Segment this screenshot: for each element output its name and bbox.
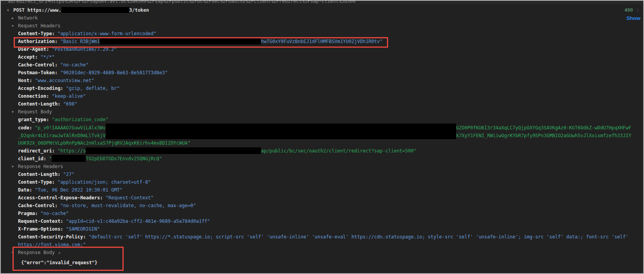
header-row: Content-Length:"698" (1, 100, 643, 108)
header-value: "application/json; charset=utf-8" (58, 179, 151, 185)
request-log-row[interactable]: ▼POST https://www.3/token (1, 6, 643, 14)
header-value: "SAMEORIGIN" (66, 226, 100, 232)
header-row: Accept:"*/*" (1, 53, 643, 61)
header-value: "no-cache" (60, 62, 88, 68)
csp-value-line1: "default-src 'self' https://*.statuspage… (88, 234, 628, 240)
body-row-code-line3: UUK92X_O6DPNtVLpbRnPpNAc2nHlsa57PjqRVJAq… (1, 139, 643, 147)
client-id-prefix: " (49, 156, 52, 161)
body-row-redirect-uri: redirect_uri:"https://sap/public/bc/sec/… (1, 147, 643, 155)
header-value: "application/x-www-form-urlencoded" (58, 31, 157, 36)
code-value-suffix: GZO0P0fKU6I3r34aXqLC7yQjpOXYGq3SAVKgAz0-… (456, 125, 631, 131)
clipped-url-text: adredirect_uri=https%3A%2F%2Fsapdev.avi.… (8, 0, 356, 4)
request-url-suffix: 3/token (129, 7, 149, 13)
header-row-csp: Content-Security-Policy:"default-src 'se… (1, 233, 643, 241)
redirect-uri-suffix: ap/public/bc/sec/oauth2/client/redirect?… (261, 148, 416, 154)
response-headers-label: Response Headers (18, 164, 63, 169)
header-row: User-Agent:"PostmanRuntime/7.29.2" (1, 45, 643, 53)
request-body-section-toggle[interactable]: ▼Request Body (1, 108, 643, 116)
header-key: X-Frame-Options: (18, 226, 63, 232)
collapse-icon[interactable]: ▼ (12, 163, 16, 171)
request-headers-label: Request Headers (18, 23, 60, 29)
redacted-overlay (52, 155, 86, 162)
csp-value-line2: https://font.vioma.com;" (18, 242, 86, 247)
header-row: Cache-Control:"no-cache" (1, 61, 643, 69)
header-value: "27" (63, 172, 74, 177)
body-row-code-line1: code:"p_v0!IAAAAO7GuwViLAlx3WvGZO0P0fKU6… (1, 124, 643, 131)
redacted-overlay (106, 124, 456, 131)
header-row: Postman-Token:"90201dec-8929-4689-8e63-8… (1, 69, 643, 77)
header-row: Date:"Tue, 06 Dec 2022 10:30:01 GMT" (1, 186, 643, 194)
header-row: Cache-Control:"no-store, must-revalidate… (1, 202, 643, 210)
header-key: Host: (18, 78, 32, 83)
body-row-code-line2: _D2qnkr4LEirawJwTAlRnD0mLlTvkjVk7XyY1FEN… (1, 131, 643, 139)
collapse-icon[interactable]: ▼ (12, 22, 16, 30)
redirect-uri-prefix: "https://s (58, 148, 86, 154)
external-link-icon[interactable]: ↗ (58, 250, 61, 255)
header-row: Content-Length:"27" (1, 170, 643, 178)
redacted-overlay (106, 131, 456, 139)
header-row: Access-Control-Expose-Headers:"Request-C… (1, 194, 643, 202)
postman-console: adredirect_uri=https%3A%2F%2Fsapdev.avi.… (0, 0, 644, 274)
clipped-url-line: adredirect_uri=https%3A%2F%2Fsapdev.avi.… (1, 0, 643, 5)
header-key: Content-Length: (18, 172, 60, 177)
header-key: Authorization: (18, 39, 58, 44)
redacted-overlay (61, 7, 129, 13)
body-row-client-id: client_id:"TO2pEbDTGDx7Envdv25QNGjRcQ" (1, 155, 643, 163)
response-headers-rows: Content-Length:"27" Content-Type:"applic… (1, 170, 643, 233)
collapse-icon[interactable]: ▼ (12, 249, 16, 257)
collapse-icon[interactable]: ▼ (7, 7, 11, 14)
body-value: "authorization_code" (52, 117, 108, 122)
code-value-prefix: _D2qnkr4LEirawJwTAlRnD0mLlTvkjV (18, 133, 106, 138)
show-link[interactable]: Show (626, 15, 640, 21)
response-headers-section-toggle[interactable]: ▼Response Headers (1, 163, 643, 170)
request-headers-rows-after: User-Agent:"PostmanRuntime/7.29.2" Accep… (1, 45, 643, 108)
header-value: "no-cache" (41, 211, 69, 216)
header-row: Content-Type:"application/x-www-form-url… (1, 30, 643, 38)
header-key: Cache-Control: (18, 62, 58, 68)
network-section-label: Network (18, 15, 38, 21)
header-value: "appId=cid-v1:c48a92ba-cff2-461e-9689-a5… (66, 218, 210, 224)
header-row: Pragma:"no-cache" (1, 210, 643, 217)
request-headers-section-toggle[interactable]: ▼Request Headers (1, 22, 643, 30)
status-separator: | (637, 7, 639, 13)
header-row-authorization: Authorization:"Basic R3BjWm1hwTG0xY0FuVz… (1, 38, 643, 45)
header-key: Date: (18, 187, 32, 193)
request-method-url: POST https://www. (13, 7, 61, 13)
code-value-prefix: "p_v0!IAAAAO7GuwViLAlx3Wv (35, 125, 106, 131)
header-value: "Tue, 06 Dec 2022 10:30:01 GMT" (35, 187, 122, 193)
header-row: Content-Type:"application/json; charset=… (1, 178, 643, 186)
header-key: Content-Type: (18, 31, 55, 36)
header-key: Pragma: (18, 211, 38, 216)
expand-icon[interactable]: ▶ (12, 14, 16, 22)
header-value: "PostmanRuntime/7.29.2" (52, 47, 117, 52)
request-headers-rows-before: Content-Type:"application/x-www-form-url… (1, 30, 643, 38)
header-key: Access-Control-Expose-Headers: (18, 195, 103, 201)
header-key: Cache-Control: (18, 203, 58, 208)
body-key: client_id: (18, 156, 46, 161)
response-body-section-toggle[interactable]: ▼Response Body↗ (1, 249, 643, 256)
network-section-toggle[interactable]: ▶Network (1, 14, 643, 22)
body-key: grant_type: (18, 117, 49, 122)
response-body-label: Response Body (18, 250, 55, 255)
header-key: Accept: (18, 54, 38, 60)
header-row-csp-continuation: https://font.vioma.com;" (1, 241, 643, 249)
redacted-overlay (100, 38, 261, 45)
header-value: "gzip, deflate, br" (66, 86, 120, 91)
code-value-end: UUK92X_O6DPNtVLpbRnPpNAc2nHlsa57PjqRVJAq… (18, 140, 191, 146)
collapse-icon[interactable]: ▼ (12, 108, 16, 116)
body-key: code: (18, 125, 32, 131)
status-code-area: 400| (624, 6, 639, 14)
header-value: "keep-alive" (52, 93, 86, 99)
header-key: Content-Security-Policy: (18, 234, 86, 240)
body-key: redirect_uri: (18, 148, 55, 154)
header-row: X-Frame-Options:"SAMEORIGIN" (1, 225, 643, 233)
header-key: Postman-Token: (18, 70, 58, 75)
body-row-grant-type: grant_type:"authorization_code" (1, 116, 643, 124)
header-row: Accept-Encoding:"gzip, deflate, br" (1, 84, 643, 92)
header-value: "*/*" (41, 54, 55, 60)
header-value: "698" (63, 101, 77, 107)
header-key: Connection: (18, 93, 49, 99)
header-key: Request-Context: (18, 218, 63, 224)
header-key: Content-Type: (18, 179, 55, 185)
header-key: Content-Length: (18, 101, 60, 107)
